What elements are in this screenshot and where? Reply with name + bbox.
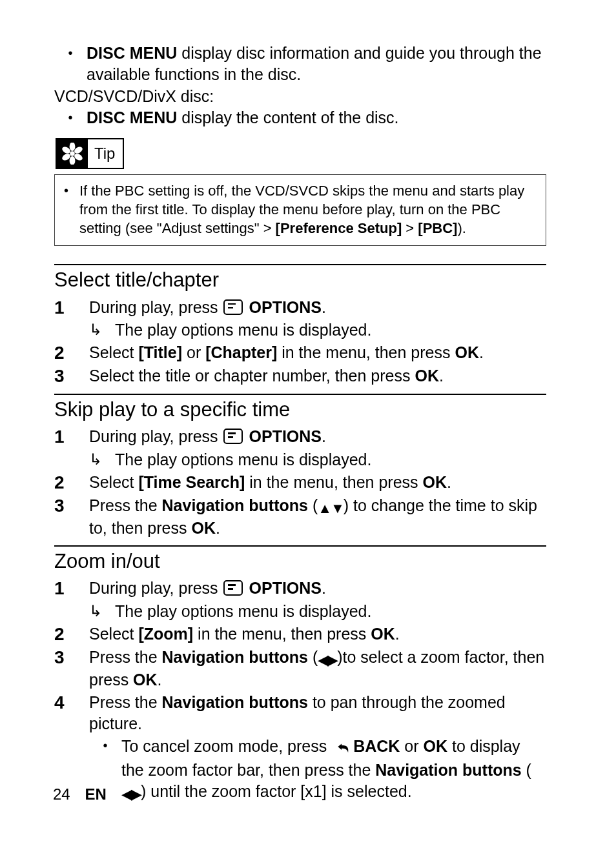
svg-point-1 <box>70 143 76 151</box>
section-rule <box>54 264 546 265</box>
term: OPTIONS <box>249 579 322 597</box>
term: Navigation buttons <box>162 693 308 711</box>
tip-label: Tip <box>88 139 123 168</box>
tip-text: If the PBC setting is off, the VCD/SVCD … <box>79 181 537 237</box>
step: 2Select [Time Search] in the menu, then … <box>54 472 546 494</box>
step: 3Select the title or chapter number, the… <box>54 365 546 387</box>
step-text: Select the title or chapter number, then… <box>89 365 546 387</box>
text: display the content of the disc. <box>177 108 398 126</box>
step-text: Press the Navigation buttons (▲▼) to cha… <box>89 495 546 539</box>
step: 1During play, press OPTIONS. <box>54 297 546 319</box>
section-rule <box>54 394 546 395</box>
text: > <box>402 220 418 236</box>
step-list: 1During play, press OPTIONS.↳The play op… <box>54 426 546 538</box>
back-icon <box>333 738 351 760</box>
bullet-icon: • <box>54 43 87 63</box>
term: [Preference Setup] <box>276 220 402 236</box>
text: The play options menu is displayed. <box>115 601 371 622</box>
step-number: 3 <box>54 365 89 387</box>
term: BACK <box>353 737 400 755</box>
step-text: During play, press OPTIONS. <box>89 426 546 447</box>
term: OK <box>415 367 439 385</box>
step-list: 1During play, press OPTIONS.↳The play op… <box>54 297 546 387</box>
section-rule <box>54 545 546 547</box>
section: Select title/chapter1During play, press … <box>54 264 546 387</box>
term: OK <box>423 473 447 491</box>
step-result: ↳The play options menu is displayed. <box>89 319 546 341</box>
step-text: Press the Navigation buttons (◀▶)to sele… <box>89 647 546 691</box>
intro-list: • DISC MENU display disc information and… <box>54 43 546 85</box>
tip-header: Tip <box>56 138 124 169</box>
step-sub-bullet: •To cancel zoom mode, press BACK or OK t… <box>89 736 546 803</box>
nav-left-right-icon: ◀▶ <box>121 785 141 803</box>
section: Zoom in/out1During play, press OPTIONS.↳… <box>54 545 546 803</box>
term: Navigation buttons <box>162 648 308 666</box>
step-text: During play, press OPTIONS. <box>89 578 546 599</box>
term: OPTIONS <box>249 427 322 445</box>
step-number: 1 <box>54 297 89 319</box>
step-list: 1During play, press OPTIONS.↳The play op… <box>54 578 546 803</box>
term: [Zoom] <box>138 625 193 643</box>
nav-left-right-icon: ◀▶ <box>318 651 337 669</box>
step: 2Select [Zoom] in the menu, then press O… <box>54 623 546 645</box>
options-icon <box>223 299 243 315</box>
nav-up-down-icon: ▲▼ <box>318 499 344 518</box>
result-arrow-icon: ↳ <box>89 449 115 469</box>
text: The play options menu is displayed. <box>115 319 371 341</box>
tip-body: • If the PBC setting is off, the VCD/SVC… <box>54 174 546 246</box>
step-number: 1 <box>54 426 89 448</box>
step-text: Select [Time Search] in the menu, then p… <box>89 472 546 493</box>
step-text: During play, press OPTIONS. <box>89 297 546 318</box>
page-number: 24 <box>53 785 70 803</box>
term: [Title] <box>138 343 182 361</box>
step-text: Select [Title] or [Chapter] in the menu,… <box>89 342 546 363</box>
step-number: 2 <box>54 472 89 494</box>
text: To cancel zoom mode, press BACK or OK to… <box>121 736 546 803</box>
tip-box: Tip • If the PBC setting is off, the VCD… <box>54 138 546 246</box>
options-icon <box>223 580 243 596</box>
options-icon <box>223 429 243 444</box>
step-result: ↳The play options menu is displayed. <box>89 601 546 622</box>
step-number: 2 <box>54 623 89 645</box>
bullet-icon: • <box>54 107 87 128</box>
text: The play options menu is displayed. <box>115 449 371 470</box>
result-arrow-icon: ↳ <box>89 601 115 621</box>
section-title: Zoom in/out <box>54 549 546 574</box>
term: DISC MENU <box>87 108 177 126</box>
bullet-icon: • <box>64 181 79 237</box>
step-number: 3 <box>54 495 89 517</box>
step: 1During play, press OPTIONS. <box>54 426 546 448</box>
intro-list-2: • DISC MENU display the content of the d… <box>54 107 546 128</box>
bullet-icon: • <box>89 736 121 755</box>
svg-point-4 <box>70 156 76 165</box>
sub-heading: VCD/SVCD/DivX disc: <box>54 86 546 107</box>
svg-point-0 <box>70 151 74 156</box>
text: ). <box>457 220 466 236</box>
term: [Time Search] <box>138 473 245 491</box>
step-text: Select [Zoom] in the menu, then press OK… <box>89 623 546 645</box>
step: 2Select [Title] or [Chapter] in the menu… <box>54 342 546 364</box>
step-result: ↳The play options menu is displayed. <box>89 449 546 470</box>
term: OK <box>191 519 216 537</box>
term: Navigation buttons <box>375 761 521 779</box>
term: OK <box>455 343 479 361</box>
step: 3Press the Navigation buttons (▲▼) to ch… <box>54 495 546 539</box>
term: Navigation buttons <box>162 496 308 514</box>
asterisk-icon <box>57 139 88 168</box>
section: Skip play to a specific time1During play… <box>54 394 546 539</box>
section-title: Select title/chapter <box>54 268 546 293</box>
sections: Select title/chapter1During play, press … <box>54 264 546 803</box>
list-item-text: DISC MENU display the content of the dis… <box>87 107 546 128</box>
result-arrow-icon: ↳ <box>89 319 115 339</box>
step-number: 1 <box>54 578 89 600</box>
list-item: • DISC MENU display the content of the d… <box>54 107 546 128</box>
step-number: 2 <box>54 342 89 364</box>
step-number: 3 <box>54 647 89 669</box>
term: [Chapter] <box>205 343 277 361</box>
manual-page: • DISC MENU display disc information and… <box>0 0 616 868</box>
term: OK <box>424 737 448 755</box>
term: OPTIONS <box>249 298 322 316</box>
step-number: 4 <box>54 692 89 714</box>
step: 3Press the Navigation buttons (◀▶)to sel… <box>54 647 546 691</box>
page-lang: EN <box>85 785 106 803</box>
